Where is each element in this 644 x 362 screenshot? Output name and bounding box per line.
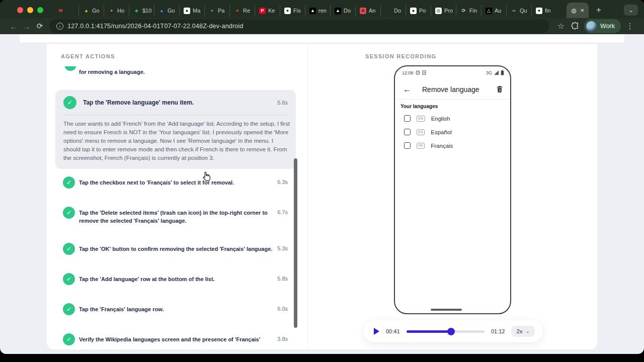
tab-title: Do	[394, 8, 401, 14]
play-button[interactable]	[374, 328, 379, 335]
tab-favicon-icon: ●	[209, 8, 215, 14]
back-button[interactable]: ←	[7, 22, 20, 31]
tab-favicon-icon: ●	[536, 8, 542, 14]
browser-tab[interactable]: ▲ Go	[78, 5, 104, 16]
chevron-down-icon: ⌄	[526, 329, 530, 334]
address-bar[interactable]: i 127.0.0.1:4175/runs/2026-04-01T07-07-2…	[49, 19, 549, 33]
close-window-button[interactable]	[17, 7, 23, 13]
browser-tab[interactable]: ● Fis	[280, 5, 305, 16]
android-device-frame: 12:08 3G ← Remove language Your language…	[394, 65, 511, 314]
url-text[interactable]: 127.0.0.1:4175/runs/2026-04-01T07-07-22.…	[67, 23, 244, 30]
language-name: Español	[431, 129, 452, 135]
action-item[interactable]: ✓ Tap the 'Add language' row at the bott…	[55, 273, 296, 285]
signal-icon	[494, 70, 499, 75]
browser-tab[interactable]: Do	[380, 5, 406, 16]
close-tab-icon[interactable]: ×	[580, 7, 584, 14]
tab-title: Qu	[520, 8, 527, 14]
reload-button[interactable]: ⟳	[33, 22, 46, 31]
partial-action-item	[64, 66, 76, 71]
action-item[interactable]: ✓ Tap the 'OK' button to confirm removin…	[55, 243, 296, 255]
traffic-lights	[17, 7, 43, 13]
zoom-window-button[interactable]	[37, 7, 43, 13]
agent-actions-header: AGENT ACTIONS	[61, 53, 115, 59]
action-title: Tap the 'OK' button to confirm removing …	[79, 243, 273, 253]
phone-status-bar: 12:08 3G	[402, 70, 504, 75]
action-duration: 5.6s	[277, 100, 288, 106]
screen-title: Remove language	[422, 85, 496, 94]
action-item[interactable]: ✓ Tap the checkbox next to 'Français' to…	[55, 176, 296, 189]
current-time: 00:41	[386, 328, 400, 334]
tab-title: Ma	[193, 8, 200, 14]
session-recording-header: SESSION RECORDING	[365, 53, 436, 59]
agent-actions-panel: AGENT ACTIONS for removing a language. ✓…	[47, 44, 308, 349]
check-circle-icon	[64, 66, 76, 71]
seek-slider-fill	[407, 330, 451, 333]
globe-favicon-icon: ◍	[571, 8, 576, 14]
browser-tab[interactable]: ● Re	[229, 5, 255, 16]
action-duration: 6.3s	[277, 176, 288, 185]
tab-favicon-icon: ▲	[158, 8, 165, 14]
language-checkbox[interactable]	[404, 129, 411, 135]
browser-tab[interactable]: △ Au	[481, 5, 506, 16]
avatar	[586, 21, 597, 32]
check-circle-icon: ✓	[63, 303, 75, 315]
browser-tab[interactable]: ♠ Ma	[179, 5, 204, 16]
scrollbar-thumb[interactable]	[294, 158, 297, 328]
site-info-icon[interactable]: i	[56, 23, 63, 30]
browser-tab[interactable]: ● Pa	[204, 5, 229, 16]
forward-button[interactable]: →	[20, 22, 33, 31]
back-arrow-icon[interactable]: ←	[403, 85, 411, 94]
browser-tab[interactable]: ⟳ Fin	[456, 5, 481, 16]
browser-tab[interactable]: ▲ ren	[305, 5, 330, 16]
browser-toolbar: ← → ⟳ i 127.0.0.1:4175/runs/2026-04-01T0…	[0, 18, 644, 34]
tab-favicon-icon	[385, 8, 391, 14]
browser-tab[interactable]: ▲ Go	[154, 5, 179, 16]
seek-slider-thumb[interactable]	[447, 328, 455, 335]
check-circle-icon: ✓	[63, 207, 75, 219]
bookmark-star-button[interactable]: ☆	[554, 22, 568, 31]
browser-tab[interactable]: ● Ho	[104, 5, 129, 16]
tab-favicon-icon: ∞	[511, 8, 517, 14]
action-item[interactable]: ✓ Tap the 'Delete selected items' (trash…	[55, 207, 296, 225]
minimize-window-button[interactable]	[27, 7, 33, 13]
tab-title: $10	[142, 8, 151, 14]
extensions-button[interactable]	[568, 22, 582, 31]
browser-menu-button[interactable]: ⋮	[623, 22, 637, 31]
delete-trash-icon[interactable]	[496, 85, 503, 93]
language-row[interactable]: EN English	[395, 112, 510, 125]
action-item[interactable]: ✓ Tap the 'Français' language row. 6.0s	[55, 303, 296, 315]
browser-tab[interactable]: ♠ Po	[406, 5, 431, 16]
tab-title: Do	[344, 8, 351, 14]
language-checkbox[interactable]	[404, 115, 411, 122]
total-time: 01:12	[491, 328, 505, 334]
expanded-action-item[interactable]: ✓ Tap the 'Remove language' menu item. 5…	[55, 90, 296, 169]
tab-favicon-icon: ♠	[410, 8, 417, 14]
tab-title: Fis	[293, 8, 301, 14]
action-item[interactable]: ✓ Verify the Wikipedia languages screen …	[55, 333, 296, 345]
tab-title: Fin	[469, 8, 477, 14]
action-title: Tap the 'Français' language row.	[79, 303, 273, 313]
tab-title: Ho	[117, 8, 124, 14]
browser-tab[interactable]: ◍ Pro	[431, 5, 456, 16]
browser-tab[interactable]: ∞ Qu	[506, 5, 531, 16]
action-reasoning-text: The user wants to add 'French' from the …	[63, 120, 291, 162]
background-tabs: M ▲ Go ● Ho ◆ $10	[53, 3, 566, 18]
tab-search-button[interactable]: ⌄	[624, 5, 638, 16]
tab-title: Au	[495, 8, 501, 14]
browser-tab[interactable]: P Ke	[255, 5, 280, 16]
language-checkbox[interactable]	[404, 142, 411, 149]
browser-tab[interactable]: ▲ Do	[330, 5, 355, 16]
browser-tab[interactable]: ● fin	[531, 5, 556, 16]
browser-tab[interactable]: ◆ $10	[129, 5, 154, 16]
phone-app-bar: ← Remove language	[395, 79, 510, 100]
profile-chip[interactable]: Work	[584, 19, 621, 33]
session-recording-panel: SESSION RECORDING 12:08 3G ← Remove lang…	[308, 44, 597, 349]
new-tab-button[interactable]: +	[593, 4, 605, 16]
playback-speed-select[interactable]: 2x ⌄	[511, 326, 535, 337]
browser-tab[interactable]: M	[53, 5, 78, 16]
active-tab[interactable]: ◍ ×	[567, 3, 589, 18]
seek-slider[interactable]	[407, 330, 485, 333]
browser-tab[interactable]: A An	[355, 5, 380, 16]
language-row[interactable]: FR Français	[395, 139, 510, 152]
language-row[interactable]: ES Español	[395, 125, 510, 139]
